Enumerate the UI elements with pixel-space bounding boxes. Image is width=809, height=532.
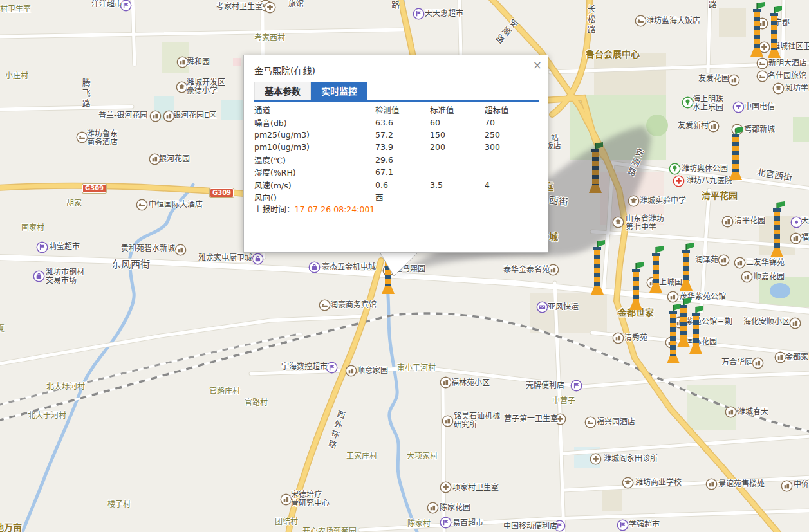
road-label: 腾飞路 [81, 78, 90, 109]
poi-label: 银河花园E区 [173, 111, 217, 120]
station-info-popup: 金马熙院(在线) × 基本参数实时监控 通道检测值标准值超标值噪音(db)63.… [243, 55, 548, 253]
poi-dot-icon[interactable] [792, 217, 801, 227]
building-icon[interactable] [776, 353, 785, 362]
poi-label: 三友华锦苑 [746, 259, 785, 267]
poi-label: 福 [801, 234, 809, 242]
school-icon[interactable] [177, 82, 187, 92]
shopping-bag-icon[interactable] [310, 262, 319, 272]
close-icon[interactable]: × [533, 60, 542, 71]
monitor-station-marker[interactable] [687, 305, 704, 354]
supermarket-icon[interactable] [572, 381, 581, 390]
mail-icon[interactable] [537, 302, 547, 312]
hotel-icon[interactable] [636, 16, 646, 26]
supermarket-icon[interactable] [327, 363, 337, 372]
poi-label: 潍城阎永田诊所 [604, 455, 658, 463]
building-icon[interactable] [346, 366, 356, 376]
table-row: 风速(m/s)0.63.54 [254, 178, 539, 190]
building-icon[interactable] [178, 57, 187, 67]
hotel-icon[interactable] [586, 417, 595, 427]
monitor-station-marker[interactable] [628, 261, 644, 310]
tab-realtime-monitor[interactable]: 实时监控 [311, 82, 367, 100]
poi-label: 润泽苑 [695, 256, 718, 264]
poi-label: 潍坊学院 [785, 84, 809, 93]
table-row: pm25(ug/m3)57.2150250 [254, 129, 539, 141]
hospital-cross-icon[interactable] [441, 482, 451, 492]
monitor-station-marker[interactable] [587, 142, 604, 193]
building-icon[interactable] [753, 358, 763, 368]
park-tree-icon[interactable] [683, 98, 693, 107]
popup-tail [373, 252, 425, 279]
poi-label: 润豪商务宾馆 [330, 301, 377, 309]
monitor-station-marker[interactable] [766, 5, 783, 58]
hotel-icon[interactable] [758, 59, 767, 68]
monitor-station-marker[interactable] [727, 126, 744, 180]
hotel-icon[interactable] [77, 133, 87, 142]
supermarket-icon[interactable] [37, 243, 47, 252]
school-icon[interactable] [623, 478, 633, 488]
hospital-cross-icon[interactable] [591, 454, 600, 464]
park-tree-icon[interactable] [670, 164, 680, 174]
poi-label: 天天惠超市 [425, 10, 463, 18]
supermarket-icon[interactable] [441, 518, 451, 527]
school-icon[interactable] [613, 217, 623, 227]
shopping-bag-icon[interactable] [253, 254, 263, 264]
monitor-station-marker[interactable] [768, 201, 785, 257]
supermarket-icon[interactable] [121, 1, 131, 10]
building-icon[interactable] [151, 111, 160, 121]
report-time-row: 上报时间：17-07-26 08:24:001 [254, 203, 375, 215]
building-icon[interactable] [428, 503, 438, 513]
hospital-cross-icon[interactable] [674, 176, 683, 186]
monitor-station-marker[interactable] [749, 1, 765, 57]
village-label: 开心农场葡萄园 [302, 527, 357, 532]
poi-label: 壳牌便利店 [526, 381, 564, 390]
village-label: 官路村 [245, 399, 268, 407]
school-icon[interactable] [629, 196, 638, 206]
poi-label: 营子第一卫生室 [504, 415, 558, 423]
poi-label: 宇海数控超市 [281, 363, 328, 371]
school-icon[interactable] [774, 84, 783, 93]
supermarket-icon[interactable] [414, 9, 423, 19]
monitor-table: 通道检测值标准值超标值噪音(db)63.66070pm25(ug/m3)57.2… [254, 104, 539, 203]
poi-label: 鸢都新城 [744, 125, 775, 134]
building-icon[interactable] [742, 272, 752, 282]
building-icon[interactable] [782, 481, 792, 491]
building-icon[interactable] [176, 245, 185, 255]
building-icon[interactable] [790, 318, 800, 328]
village-label: 小庄村 [5, 72, 28, 80]
shopping-bag-icon[interactable] [34, 271, 44, 281]
building-icon[interactable] [707, 479, 716, 489]
building-icon[interactable] [735, 258, 745, 268]
poi-label: 豪杰五金机电城 [322, 263, 376, 271]
poi-label: 顺嘉花园 [754, 273, 785, 281]
hotel-icon[interactable] [320, 300, 330, 310]
building-icon[interactable] [709, 122, 718, 131]
building-icon[interactable] [443, 416, 452, 426]
village-label: 楼子村 [107, 500, 131, 509]
monitor-station-marker[interactable] [589, 239, 606, 295]
hotel-icon[interactable] [137, 200, 147, 210]
hotel-icon[interactable] [758, 71, 767, 81]
g309-road-badge: G309 [210, 188, 234, 197]
building-icon[interactable] [613, 333, 623, 343]
building-icon[interactable] [164, 111, 174, 121]
building-icon[interactable] [791, 234, 801, 243]
phone-icon[interactable] [734, 102, 743, 112]
building-icon[interactable] [281, 495, 291, 504]
village-label: 官路庄村 [209, 387, 240, 396]
building-icon[interactable] [441, 378, 451, 387]
district-label: 城 [549, 232, 558, 242]
hospital-cross-icon[interactable] [265, 3, 275, 12]
building-icon[interactable] [723, 217, 732, 226]
monitor-station-marker[interactable] [647, 245, 664, 293]
poi-label: 莉莹超市 [49, 243, 80, 251]
poi-label: 福兴园酒店 [597, 418, 635, 427]
tab-basic-params[interactable]: 基本参数 [254, 82, 311, 100]
building-icon[interactable] [548, 265, 558, 275]
monitor-station-marker[interactable] [678, 242, 694, 291]
building-icon[interactable] [729, 75, 739, 85]
supermarket-icon[interactable] [618, 520, 628, 530]
poi-label: 顺意家园 [357, 367, 388, 375]
building-icon[interactable] [726, 407, 736, 417]
building-icon[interactable] [719, 255, 729, 265]
building-icon[interactable] [150, 154, 160, 164]
